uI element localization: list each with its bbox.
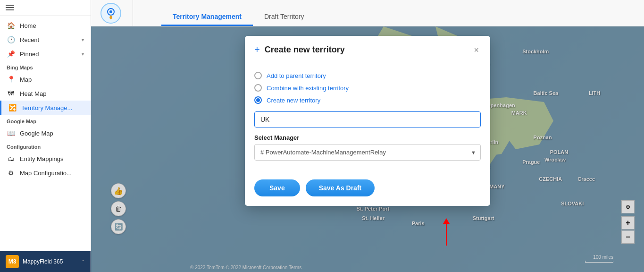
tab-territory-management[interactable]: Territory Management <box>161 5 253 26</box>
home-icon: 🏠 <box>7 22 15 29</box>
radio-create-new[interactable] <box>254 96 262 104</box>
sidebar-header <box>0 0 91 16</box>
section-bing-maps: Bing Maps <box>0 61 91 72</box>
logo-icon <box>100 3 121 24</box>
option-combine[interactable]: Combine with existing territory <box>254 84 481 92</box>
option-add-parent[interactable]: Add to parent territory <box>254 72 481 79</box>
arrow-line <box>446 224 447 246</box>
dialog-overlay: + Create new territory × Add to parent t… <box>91 26 644 272</box>
sidebar-item-recent[interactable]: 🕐 Recent ▾ <box>0 33 91 47</box>
topbar: Territory Management Draft Territory <box>91 0 644 26</box>
sidebar-item-home[interactable]: 🏠 Home <box>0 18 91 33</box>
option-label-create-new: Create new territory <box>267 97 320 104</box>
sidebar-nav: 🏠 Home 🕐 Recent ▾ 📌 Pinned ▾ Bing Maps 📍… <box>0 16 91 251</box>
sidebar-item-entity-mappings[interactable]: 🗂 Entity Mappings <box>0 152 91 166</box>
sidebar-item-label: Entity Mappings <box>20 155 64 162</box>
arrow-head-icon <box>443 218 450 224</box>
dialog-footer: Save Save As Draft <box>245 178 490 206</box>
sidebar-item-label: Pinned <box>20 51 39 58</box>
book-icon: 📖 <box>7 129 15 137</box>
map-area: Oslo Stockholm Baltic Sea Copenhagen MAR… <box>91 26 644 272</box>
radio-add-parent[interactable] <box>254 72 262 79</box>
pin-icon: 📌 <box>7 50 15 58</box>
app-logo <box>100 0 133 26</box>
sidebar-item-heatmap[interactable]: 🗺 Heat Map <box>0 86 91 101</box>
app-name-label: MappyField 365 <box>23 258 77 265</box>
sidebar-item-google-map[interactable]: 📖 Google Map <box>0 126 91 140</box>
avatar: M3 <box>6 255 19 268</box>
recent-icon: 🕐 <box>7 36 15 43</box>
arrow-annotation <box>443 218 450 246</box>
sidebar-item-label: Google Map <box>20 130 53 137</box>
dialog-close-button[interactable]: × <box>472 45 481 55</box>
dialog-title: Create new territory <box>265 45 468 55</box>
chevron-down-icon: ▾ <box>82 37 84 42</box>
entity-icon: 🗂 <box>7 155 15 162</box>
radio-combine[interactable] <box>254 84 262 92</box>
topbar-tabs: Territory Management Draft Territory <box>161 0 316 26</box>
gear-icon: ⚙ <box>7 169 15 177</box>
sidebar-item-label: Heat Map <box>20 90 46 97</box>
save-button[interactable]: Save <box>254 179 300 196</box>
sidebar-item-label: Home <box>20 22 36 29</box>
plus-icon: + <box>254 44 260 55</box>
territory-name-input[interactable] <box>254 111 481 128</box>
sidebar-item-label: Territory Manage... <box>21 104 72 111</box>
map-pin-icon: 📍 <box>7 76 15 83</box>
sidebar-item-label: Map <box>20 76 32 83</box>
sidebar-item-territory[interactable]: 🔀 Territory Manage... <box>0 101 91 115</box>
manager-select[interactable]: # PowerAutomate-MachineManagementRelay <box>254 144 481 161</box>
option-label-combine: Combine with existing territory <box>267 85 349 92</box>
tab-draft-territory[interactable]: Draft Territory <box>253 5 316 26</box>
hamburger-menu-icon[interactable] <box>6 5 14 10</box>
sidebar-item-map[interactable]: 📍 Map <box>0 72 91 86</box>
option-label-add-parent: Add to parent territory <box>267 72 326 79</box>
chevron-up-icon: ⌃ <box>81 259 85 264</box>
territory-option-group: Add to parent territory Combine with exi… <box>254 72 481 104</box>
chevron-down-icon: ▾ <box>82 51 84 57</box>
dialog-body: Add to parent territory Combine with exi… <box>245 63 490 178</box>
option-create-new[interactable]: Create new territory <box>254 96 481 104</box>
create-territory-dialog: + Create new territory × Add to parent t… <box>245 36 490 206</box>
sidebar-item-label: Map Configuratio... <box>20 170 72 177</box>
dialog-header: + Create new territory × <box>245 36 490 63</box>
territory-icon: 🔀 <box>8 104 17 111</box>
sidebar-footer[interactable]: M3 MappyField 365 ⌃ <box>0 251 91 272</box>
svg-point-1 <box>109 10 112 13</box>
section-configuration: Configuration <box>0 140 91 152</box>
sidebar-item-label: Recent <box>20 36 39 43</box>
main-content: Territory Management Draft Territory <box>91 0 644 272</box>
sidebar-item-map-config[interactable]: ⚙ Map Configuratio... <box>0 166 91 180</box>
save-draft-button[interactable]: Save As Draft <box>306 179 375 196</box>
sidebar-item-pinned[interactable]: 📌 Pinned ▾ <box>0 47 91 61</box>
heatmap-icon: 🗺 <box>7 90 15 97</box>
manager-select-wrapper: # PowerAutomate-MachineManagementRelay ▼ <box>254 144 481 161</box>
section-google-map: Google Map <box>0 115 91 126</box>
sidebar: 🏠 Home 🕐 Recent ▾ 📌 Pinned ▾ Bing Maps 📍… <box>0 0 91 272</box>
select-manager-label: Select Manager <box>254 134 481 141</box>
